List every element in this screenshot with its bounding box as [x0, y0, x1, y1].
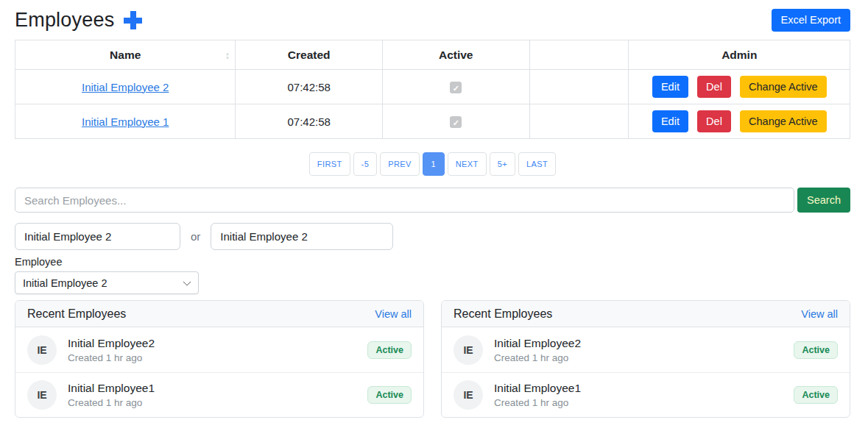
status-badge: Active — [794, 386, 838, 404]
employee-created: Created 1 hr ago — [494, 397, 581, 408]
item-text: Initial Employee2 Created 1 hr ago — [494, 337, 581, 363]
check-icon: ✓ — [453, 84, 459, 93]
search-row: Search — [15, 188, 850, 213]
card-title: Recent Employees — [454, 307, 552, 321]
employee-list-item: IE Initial Employee1 Created 1 hr ago Ac… — [442, 372, 850, 417]
employee-filter-input-2[interactable] — [211, 223, 393, 250]
search-input[interactable] — [15, 188, 794, 213]
card-title: Recent Employees — [27, 307, 126, 321]
blank-cell — [529, 104, 629, 139]
item-text: Initial Employee2 Created 1 hr ago — [68, 337, 155, 363]
employee-list-item: IE Initial Employee2 Created 1 hr ago Ac… — [15, 327, 423, 372]
change-active-button[interactable]: Change Active — [740, 110, 827, 133]
name-header-label: Name — [110, 49, 141, 61]
avatar: IE — [27, 380, 57, 410]
pagination: FIRST -5 PREV 1 NEXT 5+ LAST — [15, 152, 850, 176]
employee-created: Created 1 hr ago — [68, 352, 155, 363]
edit-button[interactable]: Edit — [652, 76, 688, 99]
status-badge: Active — [794, 341, 838, 359]
page-1-button[interactable]: 1 — [423, 152, 445, 176]
employee-created: Created 1 hr ago — [68, 397, 155, 408]
employee-filter-input-1[interactable] — [15, 223, 180, 250]
active-checkbox: ✓ — [450, 116, 462, 128]
employee-name: Initial Employee1 — [494, 382, 581, 395]
employee-name: Initial Employee2 — [494, 337, 581, 350]
page-first-button[interactable]: FIRST — [309, 152, 350, 176]
delete-button[interactable]: Del — [697, 76, 731, 99]
card-header: Recent Employees View all — [15, 301, 423, 327]
view-all-link[interactable]: View all — [801, 308, 838, 320]
employee-name-link[interactable]: Initial Employee 2 — [82, 81, 169, 93]
page-prev-button[interactable]: PREV — [380, 152, 420, 176]
item-text: Initial Employee1 Created 1 hr ago — [494, 382, 581, 408]
status-badge: Active — [367, 341, 412, 359]
employee-row: Initial Employee 1 07:42:58 ✓ Edit Del C… — [15, 104, 850, 139]
status-badge: Active — [367, 386, 412, 404]
employee-name-link[interactable]: Initial Employee 1 — [82, 115, 169, 128]
page-next-button[interactable]: NEXT — [448, 152, 487, 176]
delete-button[interactable]: Del — [697, 110, 731, 133]
employee-select: Initial Employee 2 — [15, 271, 199, 294]
employee-name: Initial Employee1 — [68, 382, 155, 395]
excel-export-button[interactable]: Excel Export — [772, 9, 850, 32]
change-active-button[interactable]: Change Active — [740, 76, 827, 99]
recent-employees-card-left: Recent Employees View all IE Initial Emp… — [15, 300, 424, 418]
column-header-blank — [529, 40, 629, 70]
employee-name: Initial Employee2 — [68, 337, 155, 350]
page-minus5-button[interactable]: -5 — [353, 152, 378, 176]
employee-select-control[interactable]: Initial Employee 2 — [15, 271, 199, 294]
created-cell: 07:42:58 — [236, 70, 383, 104]
column-header-created: Created — [236, 40, 383, 70]
or-label: or — [191, 230, 200, 243]
recent-employees-card-right: Recent Employees View all IE Initial Emp… — [441, 300, 850, 418]
employees-page: Employees Excel Export Name ↕ Created Ac… — [0, 0, 868, 418]
check-icon: ✓ — [453, 118, 459, 127]
avatar: IE — [454, 335, 483, 365]
item-text: Initial Employee1 Created 1 hr ago — [68, 382, 155, 408]
avatar: IE — [454, 380, 483, 410]
blank-cell — [529, 70, 629, 104]
recent-employees-cards: Recent Employees View all IE Initial Emp… — [15, 300, 850, 418]
filter-row: or — [15, 223, 850, 250]
employee-list-item: IE Initial Employee1 Created 1 hr ago Ac… — [15, 372, 423, 417]
employee-list-item: IE Initial Employee2 Created 1 hr ago Ac… — [442, 327, 850, 372]
page-last-button[interactable]: LAST — [518, 152, 556, 176]
page-title: Employees — [15, 9, 114, 32]
page-header: Employees Excel Export — [15, 9, 850, 32]
title-wrap: Employees — [15, 9, 142, 32]
column-header-name[interactable]: Name ↕ — [15, 40, 236, 70]
table-header-row: Name ↕ Created Active Admin — [15, 40, 850, 70]
card-header: Recent Employees View all — [442, 301, 850, 327]
employees-table: Name ↕ Created Active Admin Initial Empl… — [15, 40, 850, 139]
column-header-admin: Admin — [629, 40, 850, 70]
avatar: IE — [27, 335, 57, 365]
column-header-active: Active — [382, 40, 529, 70]
employee-created: Created 1 hr ago — [494, 352, 581, 363]
search-button[interactable]: Search — [797, 188, 850, 213]
employee-select-label: Employee — [15, 256, 850, 268]
active-checkbox: ✓ — [450, 82, 462, 93]
sort-icon: ↕ — [225, 49, 230, 61]
view-all-link[interactable]: View all — [375, 308, 412, 320]
edit-button[interactable]: Edit — [652, 110, 688, 133]
add-employee-plus-icon[interactable] — [124, 11, 142, 29]
created-cell: 07:42:58 — [236, 104, 383, 139]
employee-row: Initial Employee 2 07:42:58 ✓ Edit Del C… — [15, 70, 850, 104]
page-plus5-button[interactable]: 5+ — [490, 152, 515, 176]
